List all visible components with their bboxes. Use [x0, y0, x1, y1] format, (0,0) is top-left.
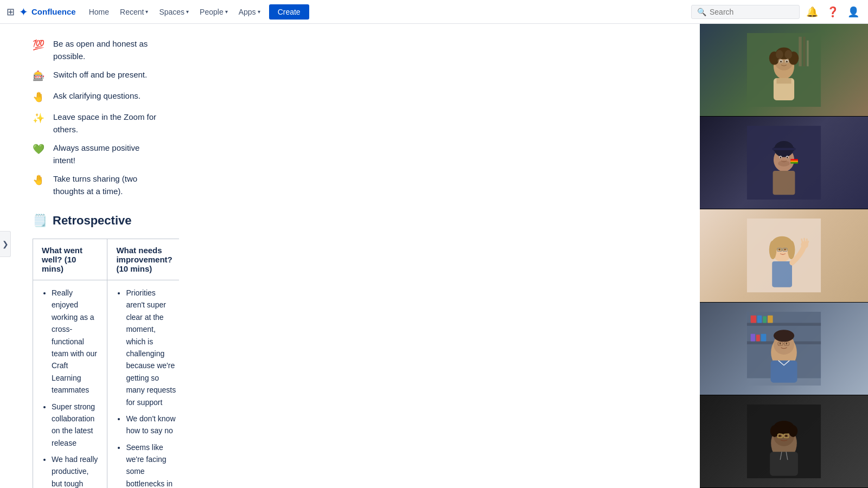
svg-point-29 — [778, 160, 790, 166]
search-icon: 🔍 — [697, 8, 706, 16]
create-button[interactable]: Create — [269, 4, 309, 20]
svg-point-38 — [769, 241, 777, 259]
svg-line-47 — [802, 240, 802, 242]
people-chevron: ▾ — [225, 9, 228, 15]
video-tile-inner-2 — [700, 117, 868, 209]
col1-item: We had really productive, but tough conv… — [52, 453, 98, 488]
confluence-logo[interactable]: ✦ Confluence — [19, 5, 76, 18]
svg-rect-24 — [772, 148, 796, 150]
guideline-item: 🤚Take turns sharing (two thoughts at a t… — [33, 170, 157, 201]
svg-rect-33 — [790, 162, 798, 162]
guideline-emoji: 🤚 — [33, 90, 47, 105]
svg-point-80 — [779, 435, 781, 437]
nav-apps[interactable]: Apps ▾ — [234, 5, 265, 18]
svg-point-81 — [785, 435, 787, 437]
video-tile-4 — [700, 303, 868, 395]
notifications-icon[interactable]: 🔔 — [804, 4, 820, 20]
retro-heading-text: Retrospective — [53, 214, 132, 228]
col2-body: Priorities aren't super clear at the mom… — [107, 280, 179, 489]
svg-rect-30 — [773, 171, 795, 195]
svg-point-69 — [786, 342, 787, 344]
nav-right: 🔍 🔔 ❓ 👤 — [691, 4, 861, 20]
guideline-text: Take turns sharing (two thoughts at a ti… — [53, 173, 157, 197]
video-tile-inner-3 — [700, 209, 868, 301]
svg-point-43 — [778, 249, 780, 251]
svg-point-27 — [780, 157, 782, 158]
svg-rect-59 — [751, 333, 755, 341]
help-icon[interactable]: ❓ — [825, 4, 841, 20]
guideline-emoji: 🎰 — [33, 69, 47, 84]
nav-spaces[interactable]: Spaces ▾ — [155, 5, 193, 18]
svg-rect-55 — [757, 315, 762, 323]
nav-recent[interactable]: Recent ▾ — [116, 5, 152, 18]
guideline-text: Be as open and honest as possible. — [53, 38, 157, 62]
svg-rect-32 — [790, 160, 798, 161]
svg-rect-54 — [751, 315, 756, 323]
video-tile-1 — [700, 24, 868, 117]
svg-point-39 — [788, 241, 795, 259]
col2-header: What needs improvement? (10 mins) — [107, 239, 179, 280]
guideline-emoji: 💚 — [33, 142, 47, 157]
guideline-item: 🤚Ask clarifying questions. — [33, 87, 157, 108]
main-content: 💯Be as open and honest as possible.🎰Swit… — [11, 24, 179, 488]
guideline-emoji: 🤚 — [33, 173, 47, 188]
guideline-item: 💯Be as open and honest as possible. — [33, 35, 157, 66]
svg-rect-53 — [747, 323, 821, 325]
svg-rect-56 — [763, 316, 767, 323]
grid-icon[interactable]: ⊞ — [7, 6, 15, 18]
nav-home[interactable]: Home — [85, 5, 113, 18]
svg-rect-82 — [770, 452, 798, 476]
guideline-emoji: ✨ — [33, 111, 47, 126]
guideline-text: Always assume positive intent! — [53, 142, 157, 166]
spaces-chevron: ▾ — [186, 9, 189, 15]
svg-rect-2 — [803, 37, 805, 66]
guideline-text: Ask clarifying questions. — [53, 90, 141, 102]
guideline-text: Leave space in the Zoom for others. — [53, 111, 157, 136]
col1-header: What went well? (10 mins) — [33, 239, 107, 280]
svg-rect-34 — [790, 163, 798, 164]
guideline-item: 💚Always assume positive intent! — [33, 139, 157, 170]
svg-rect-1 — [799, 37, 801, 66]
video-tile-3 — [700, 209, 868, 302]
svg-point-14 — [786, 60, 788, 62]
svg-point-13 — [780, 60, 782, 62]
search-box[interactable]: 🔍 — [691, 5, 800, 19]
retrospective-table: What went well? (10 mins) What needs imp… — [33, 239, 179, 488]
apps-chevron: ▾ — [258, 9, 260, 15]
svg-line-50 — [807, 242, 808, 245]
nav-people[interactable]: People ▾ — [195, 5, 232, 18]
video-tile-inner-1 — [700, 24, 868, 116]
col1-item: Super strong collaboration on the latest… — [52, 401, 98, 450]
video-tile-2 — [700, 117, 868, 209]
svg-point-44 — [784, 249, 786, 251]
guideline-item: ✨Leave space in the Zoom for others. — [33, 108, 157, 139]
search-input[interactable] — [710, 8, 794, 16]
guidelines-list: 💯Be as open and honest as possible.🎰Swit… — [33, 35, 157, 201]
col2-item: Seems like we're facing some bottlenecks… — [126, 441, 176, 488]
recent-chevron: ▾ — [145, 9, 148, 15]
guideline-emoji: 💯 — [33, 38, 47, 53]
user-avatar[interactable]: 👤 — [845, 4, 861, 20]
svg-point-9 — [776, 50, 783, 59]
video-tile-inner-4 — [700, 303, 868, 395]
sidebar-toggle[interactable]: ❯ — [0, 231, 11, 257]
svg-rect-70 — [770, 360, 797, 382]
col1-body: Really enjoyed working as a cross-functi… — [33, 280, 107, 489]
svg-rect-61 — [761, 333, 767, 341]
video-panel — [700, 24, 868, 488]
retrospective-heading: 🗒️ Retrospective — [33, 214, 157, 228]
col1-item: Really enjoyed working as a cross-functi… — [52, 287, 98, 396]
svg-rect-45 — [772, 261, 792, 287]
svg-point-10 — [784, 50, 792, 59]
svg-rect-19 — [776, 78, 791, 84]
video-tile-inner-5 — [700, 395, 868, 487]
svg-rect-3 — [807, 41, 808, 67]
col2-item: We don't know how to say no — [126, 413, 176, 437]
col2-item: Priorities aren't super clear at the mom… — [126, 287, 176, 408]
svg-line-48 — [804, 239, 805, 241]
guideline-text: Switch off and be present. — [53, 69, 147, 81]
confluence-logo-text: Confluence — [31, 7, 76, 16]
confluence-logo-icon: ✦ — [19, 5, 28, 18]
svg-point-68 — [780, 342, 781, 344]
retro-emoji: 🗒️ — [33, 214, 47, 228]
